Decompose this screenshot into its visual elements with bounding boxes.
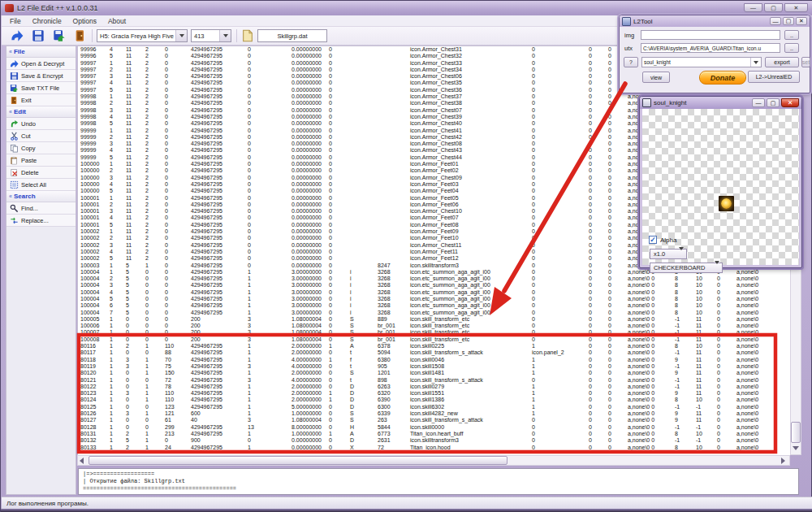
sidebar-item-exit[interactable]: Exit (6, 94, 76, 106)
table-row[interactable]: 1000042500429496729513.000000000i3268ico… (78, 276, 790, 282)
minimize-button[interactable]: — (770, 17, 781, 25)
close-button[interactable]: ✕ (781, 98, 799, 107)
table-row[interactable]: 80120101150429496729512.000000000S1201ic… (78, 370, 790, 376)
utx-browse-button[interactable]: .. (784, 43, 799, 53)
menu-item-chronicle[interactable]: Chronicle (32, 17, 62, 25)
table-cell: 100005 (78, 316, 107, 323)
table-row[interactable]: 1000047500429496729513.000000000i3268ico… (78, 310, 790, 316)
version-select[interactable]: 413 (191, 29, 231, 42)
table-cell: 0 (529, 242, 586, 249)
save-txt-icon[interactable] (53, 29, 66, 42)
table-cell: 1 (245, 349, 268, 356)
unrealed-button[interactable]: L2->UnrealED (748, 71, 800, 83)
maximize-button[interactable]: ▢ (783, 17, 794, 25)
chevron-down-icon[interactable] (175, 30, 187, 41)
table-row[interactable]: 80116121110429496729512.000000001A6378ic… (78, 343, 790, 349)
minimize-button[interactable]: — (744, 3, 762, 12)
table-row[interactable]: 80124101110429496729512.000000001D6390ic… (78, 397, 790, 403)
l2tool-titlebar[interactable]: L2Tool — ▢ ✕ (620, 15, 810, 27)
open-decrypt-icon[interactable] (11, 29, 24, 42)
export-button[interactable]: export (765, 57, 799, 67)
sidebar-item-paste[interactable]: Paste (6, 154, 76, 167)
img-browse-button[interactable]: .. (784, 30, 799, 40)
chevron-down-icon[interactable] (219, 30, 231, 41)
table-row[interactable]: 100008100020031.080000040Sbr_001icon.ski… (78, 336, 790, 343)
sidebar-item-delete[interactable]: Delete (6, 167, 76, 179)
sidebar-item-cut[interactable]: Cut (6, 130, 76, 142)
table-cell: 4294967295 (188, 175, 245, 181)
table-row[interactable]: 80132151090000.000000000D2631icon.skillt… (78, 437, 790, 444)
zoom-select[interactable]: x1.0 (650, 249, 687, 259)
donate-button[interactable]: Donate (699, 71, 746, 85)
sidebar-item-save-txt-file[interactable]: Save TXT File (6, 82, 76, 94)
exit-icon[interactable] (74, 29, 87, 42)
table-cell: -1 (693, 404, 715, 410)
texture-select[interactable]: soul_knight (641, 57, 762, 67)
sidebar-item-replace[interactable]: Replace... (6, 215, 76, 227)
close-button[interactable]: ✕ (796, 17, 807, 25)
menu-item-file[interactable]: File (10, 17, 21, 25)
chronicle-select[interactable]: H5: Gracia Freya High Five (97, 29, 188, 42)
table-cell: S (348, 410, 375, 417)
alpha-checkbox[interactable]: ✓ (649, 236, 657, 244)
table-cell: 0.00000000 (268, 154, 326, 161)
table-cell: 1 (107, 343, 123, 349)
sidebar-group-edit[interactable]: «Edit (6, 106, 76, 118)
table-row[interactable]: 1000043500429496729513.000000000i3268ico… (78, 282, 790, 289)
table-row[interactable]: 1000046500429496729513.000000000i3268ico… (78, 302, 790, 309)
table-row[interactable]: 80123131110429496729512.000000001D6320ic… (78, 390, 790, 397)
maximize-button[interactable]: ▢ (767, 98, 780, 107)
minimize-button[interactable]: — (752, 98, 765, 107)
sidebar-item-select-all[interactable]: Select All (6, 179, 76, 191)
set-button[interactable]: set (801, 57, 810, 67)
table-cell: 0 (606, 302, 625, 309)
table-row[interactable]: 8012210178429496729512.000000000D6263ico… (78, 384, 790, 390)
table-row[interactable]: 80125100123429496729515.000000000D6300ic… (78, 404, 790, 410)
menu-item-about[interactable]: About (108, 17, 126, 25)
sidebar-item-undo[interactable]: Undo (6, 118, 76, 130)
table-row[interactable]: 80131121213429496729511.000000001A6773Ti… (78, 431, 790, 437)
table-row[interactable]: 100005100020031.080000040S889icon.skill_… (78, 316, 790, 323)
sidebar-item-save-encrypt[interactable]: Save & Encrypt (6, 70, 76, 82)
table-row[interactable]: 8012110072429496729534.000000000t898icon… (78, 377, 790, 384)
table-row[interactable]: 8011710088429496729512.000000000t5094ico… (78, 349, 790, 356)
table-cell: 0 (715, 417, 734, 423)
table-row[interactable]: 80127100614031.080000040S263icon.skill_t… (78, 417, 790, 423)
scroll-down-icon[interactable] (793, 446, 799, 450)
sidebar-group-search[interactable]: «Search (6, 191, 76, 202)
vertical-scrollbar-thumb[interactable] (791, 422, 801, 443)
chevron-down-icon[interactable] (715, 264, 719, 271)
view-button[interactable]: view (642, 72, 670, 83)
img-input[interactable] (641, 30, 780, 40)
table-row[interactable]: 8011913175429496729534.000000000t905icon… (78, 363, 790, 370)
table-row[interactable]: 801281002994294967295138.000000000H5844i… (78, 424, 790, 431)
maximize-button[interactable]: ▢ (764, 3, 783, 12)
viewer-titlebar[interactable]: soul_knight — ▢ ✕ (640, 97, 801, 109)
table-cell: 2 (143, 255, 162, 262)
table-row[interactable]: 8012613112160011.000000000S6339icon.skil… (78, 410, 790, 417)
utx-input[interactable]: C:\AVERIA\system_AVERIA_GUARD\Titan_icon… (641, 43, 780, 53)
table-row[interactable]: 1000044500429496729513.000000000i3268ico… (78, 289, 790, 296)
filename-field[interactable]: Skillgrp.dat (257, 29, 327, 42)
save-encrypt-icon[interactable] (32, 29, 45, 42)
horizontal-scrollbar-thumb[interactable] (89, 456, 508, 465)
scroll-left-icon[interactable] (80, 458, 84, 464)
table-row[interactable]: 100007100020031.080000040Sbr_001icon.ski… (78, 329, 790, 336)
chevron-down-icon[interactable] (750, 58, 761, 67)
chevron-down-icon[interactable] (679, 250, 684, 258)
sidebar-item-open-decrypt[interactable]: Open & Decrypt (6, 58, 76, 70)
sidebar-item-find[interactable]: Find... (6, 202, 76, 215)
table-row[interactable]: 100006100020031.080000040Sbr_001icon.ski… (78, 323, 790, 329)
close-button[interactable]: ✕ (784, 3, 808, 12)
sidebar-item-copy[interactable]: Copy (6, 142, 76, 154)
sidebar-group-file[interactable]: «File (6, 46, 76, 58)
log-panel[interactable]: |=>==================| Открытие файла: S… (78, 468, 799, 495)
table-row[interactable]: 8013312124429496729510.000000000X72Titan… (78, 445, 790, 451)
main-titlebar[interactable]: L2 File Edit ++ v.1.0.0.31 (1, 1, 812, 15)
menu-item-options[interactable]: Options (73, 17, 97, 25)
scroll-right-icon[interactable] (781, 458, 785, 464)
table-row[interactable]: 8011813170429496729514.000000001f6380ico… (78, 357, 790, 363)
help-button[interactable]: ? (624, 57, 638, 67)
table-row[interactable]: 1000045500429496729513.000000000i3268ico… (78, 296, 790, 302)
background-mode-select[interactable]: CHECKERBOARD (650, 263, 723, 273)
